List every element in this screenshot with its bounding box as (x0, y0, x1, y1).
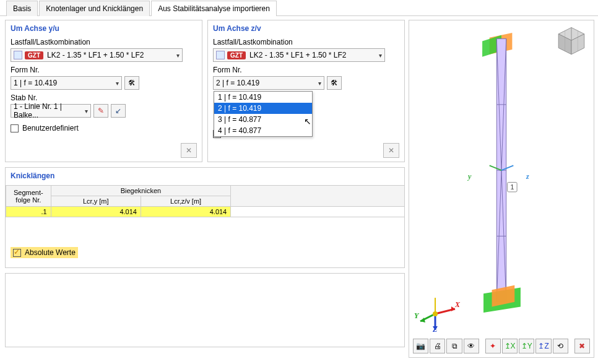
loadcase-color-icon (216, 51, 225, 59)
svg-text:1: 1 (510, 183, 514, 191)
panel-knicklaengen: Knicklängen Segment- folge Nr. Biegeknic… (5, 167, 405, 268)
chevron-down-icon: ▾ (116, 80, 119, 87)
vp-btn-close[interactable]: ✖ (574, 339, 590, 353)
axis-X-label: X (455, 300, 460, 310)
checkbox-userdef-y-label: Benutzerdefiniert (22, 124, 79, 132)
display-icon: ⧉ (452, 342, 457, 350)
stab-value-y: 1 - Linie Nr. 1 | Balke... (14, 102, 82, 119)
loadcase-color-icon (14, 51, 22, 59)
vp-btn-rot[interactable]: ⟲ (553, 339, 568, 353)
badge-gzt-z: GZT (227, 51, 246, 59)
chevron-down-icon: ▾ (176, 52, 180, 59)
form-value-z: 2 | f = 10.419 (216, 79, 259, 87)
select-loadcase-z[interactable]: GZT LK2 - 1.35 * LF1 + 1.50 * LF2 ▾ (213, 48, 385, 62)
panel-axis-z: Um Achse z/v Lastfall/Lastkombination GZ… (207, 20, 405, 162)
member-icon: ↙ (115, 106, 121, 115)
checkbox-userdef-y[interactable]: Benutzerdefiniert (11, 124, 79, 132)
loadcase-value-y: LK2 - 1.35 * LF1 + 1.50 * LF2 (47, 51, 144, 59)
axis-y-label: y (468, 172, 471, 181)
chevron-down-icon: ▾ (379, 52, 382, 59)
cell-seg: .1 (6, 207, 51, 217)
wand-icon: ✎ (98, 106, 104, 115)
label-loadcase-z: Lastfall/Lastkombination (213, 38, 399, 46)
panel-title-axis-z: Um Achse z/v (213, 24, 399, 33)
panel-axis-y: Um Achse y/u Lastfall/Lastkombination GZ… (5, 20, 202, 162)
axis-Z-label: Z (433, 325, 437, 334)
vp-btn-print[interactable]: 🖨 (430, 339, 445, 353)
form-tool-button-y[interactable]: 🛠 (124, 76, 139, 90)
form-z-option-1[interactable]: 1 | f = 10.419 (214, 92, 312, 103)
panel-title-knick: Knicklängen (6, 170, 404, 185)
form-z-option-2[interactable]: 2 | f = 10.419 (214, 103, 312, 114)
cell-lcrz: 4.014 (141, 207, 230, 217)
svg-point-27 (433, 311, 438, 316)
hammer-icon: 🛠 (128, 79, 136, 87)
checkbox-absolute-werte[interactable]: Absolute Werte (13, 248, 76, 257)
camera-icon: 📷 (416, 342, 425, 350)
tab-import-stability[interactable]: Aus Stabilitätsanalyse importieren (151, 1, 277, 16)
tab-bar: Basis Knotenlager und Knicklängen Aus St… (0, 0, 598, 16)
loadcase-value-z: LK2 - 1.35 * LF1 + 1.50 * LF2 (249, 51, 346, 59)
axis-z-icon: ↥Z (538, 342, 548, 350)
col-segment: Segment- folge Nr. (6, 186, 51, 207)
close-icon: ✖ (579, 342, 585, 350)
axis-triad: X Y Z (417, 289, 460, 332)
form-z-option-3[interactable]: 3 | f = 40.877 (214, 114, 312, 125)
axis-Y-label: Y (414, 311, 418, 321)
viewport-3d[interactable]: 1 y z X Y Z (409, 20, 594, 358)
form-tool-button-z[interactable]: 🛠 (327, 76, 342, 90)
select-loadcase-y[interactable]: GZT LK2 - 1.35 * LF1 + 1.50 * LF2 ▾ (11, 48, 183, 62)
sliders-icon: ✕ (186, 146, 192, 155)
vp-btn-axes-y[interactable]: ↥Y (519, 339, 534, 353)
col-lcrz: Lcr,z/v [m] (141, 196, 230, 207)
axis-z-label: z (526, 172, 529, 181)
vp-btn-axes-x[interactable]: ↥X (502, 339, 518, 353)
vp-btn-eye[interactable]: 👁 (464, 339, 479, 353)
stab-member-button[interactable]: ↙ (111, 104, 126, 118)
cell-empty (231, 207, 404, 217)
chevron-down-icon: ▾ (318, 80, 321, 87)
label-form-y: Form Nr. (11, 66, 197, 74)
form-z-option-4[interactable]: 4 | f = 40.877 (214, 125, 312, 136)
select-form-y[interactable]: 1 | f = 10.419 ▾ (11, 76, 122, 90)
select-form-z[interactable]: 2 | f = 10.419 ▾ 1 | f = 10.419 2 | f = … (213, 76, 324, 90)
select-stab-y[interactable]: 1 - Linie Nr. 1 | Balke... ▾ (11, 104, 91, 118)
viewport-toolbar: 📷 🖨 ⧉ 👁 ✦ ↥X ↥Y ↥Z ⟲ ✖ (413, 339, 590, 353)
table-row[interactable]: .1 4.014 4.014 (6, 207, 405, 217)
tab-knoten[interactable]: Knotenlager und Knicklängen (39, 1, 150, 16)
form-z-dropdown: 1 | f = 10.419 2 | f = 10.419 3 | f = 40… (214, 91, 313, 137)
cell-lcry: 4.014 (51, 207, 141, 217)
col-group-biegeknicken: Biegeknicken (51, 186, 231, 196)
form-value-y: 1 | f = 10.419 (14, 79, 57, 87)
label-stab-y: Stab Nr. (11, 93, 197, 102)
panel-tool-button-z[interactable]: ✕ (383, 143, 399, 158)
axis-x-icon: ↥X (505, 342, 516, 350)
tab-basis[interactable]: Basis (6, 1, 38, 16)
stab-pick-button[interactable]: ✎ (93, 104, 108, 118)
view-cube[interactable] (555, 25, 587, 58)
table-knick: Segment- folge Nr. Biegeknicken Lcr,y [m… (6, 185, 404, 217)
checkbox-absolute-label: Absolute Werte (25, 248, 76, 257)
axes-icon: ✦ (490, 342, 496, 350)
axis-y-icon: ↥Y (521, 342, 532, 350)
vp-btn-axes-z[interactable]: ↥Z (535, 339, 551, 353)
panel-tool-button-y[interactable]: ✕ (181, 143, 197, 158)
chevron-down-icon: ▾ (85, 108, 88, 115)
hammer-icon: 🛠 (331, 79, 338, 87)
sliders-icon: ✕ (388, 146, 394, 155)
vp-btn-display[interactable]: ⧉ (446, 339, 462, 353)
panel-title-axis-y: Um Achse y/u (11, 24, 197, 33)
label-form-z: Form Nr. (213, 66, 399, 74)
rotate-icon: ⟲ (557, 342, 563, 350)
eye-icon: 👁 (467, 342, 475, 350)
col-lcry: Lcr,y [m] (51, 196, 141, 207)
model-column: 1 y z (464, 33, 539, 314)
col-empty (231, 186, 404, 207)
vp-btn-axes1[interactable]: ✦ (485, 339, 501, 353)
printer-icon: 🖨 (434, 342, 441, 350)
vp-btn-view1[interactable]: 📷 (413, 339, 428, 353)
badge-gzt-y: GZT (25, 51, 43, 59)
panel-blank (5, 273, 405, 347)
label-loadcase-y: Lastfall/Lastkombination (11, 38, 197, 46)
